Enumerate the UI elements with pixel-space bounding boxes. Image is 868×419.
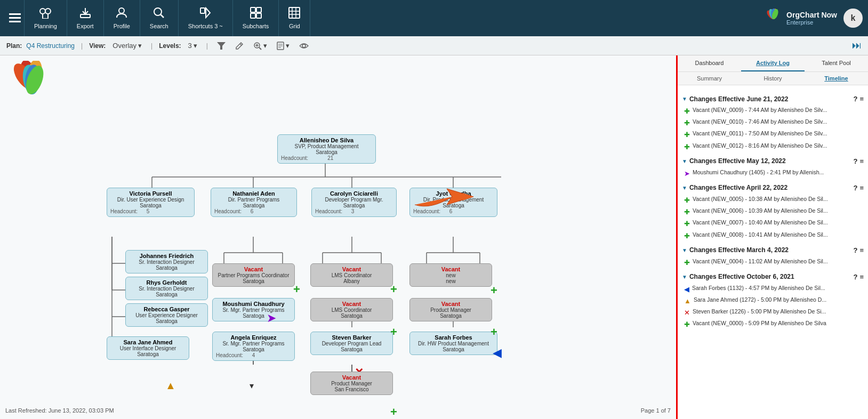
nav-export[interactable]: Export [67,0,104,36]
change-text: Vacant (NEW_0005) - 10:38 AM by Allenish… [693,195,828,203]
subcharts-icon [250,7,262,21]
change-type-icon: ✚ [684,107,690,116]
change-item-4-2[interactable]: ✕ Steven Barker (1226) - 5:00 PM by Alle… [682,308,864,318]
plus-btn-jyot-1[interactable]: + [491,285,497,296]
hamburger-menu[interactable] [5,0,25,36]
node-victoria[interactable]: Victoria Pursell Dir. User Experience De… [107,188,195,217]
section-header-2[interactable]: ▼ Changes Effective April 22, 2022 ? ≡ [682,184,864,192]
node-nathaniel[interactable]: Nathaniel Aden Dir. Partner Programs Sar… [211,188,297,217]
node-angela[interactable]: Angela Enriquez Sr. Mgr. Partner Program… [212,332,295,361]
tab-activity-log[interactable]: Activity Log [741,55,805,71]
section-header-0[interactable]: ▼ Changes Effective June 21, 2022 ? ≡ [682,95,864,103]
change-item-1-0[interactable]: ➤ Moushumi Chaudhury (1405) - 2:41 PM by… [682,168,864,179]
subtab-history[interactable]: History [741,72,805,85]
plus-btn-carolyn-3[interactable]: + [390,406,397,418]
change-item-4-3[interactable]: ✚ Vacant (NEW_0000) - 5:09 PM by Allenis… [682,319,864,329]
node-sara-jane[interactable]: Sara Jane Ahmed User Interface Designer … [107,336,189,360]
help-icon[interactable]: ? [853,157,857,165]
plan-value[interactable]: Q4 Restructuring [26,42,75,50]
nav-planning[interactable]: Planning [25,0,67,36]
change-item-0-0[interactable]: ✚ Vacant (NEW_0009) - 7:44 AM by Allenis… [682,106,864,116]
change-item-2-3[interactable]: ✚ Vacant (NEW_0008) - 10:41 AM by Alleni… [682,231,864,241]
node-sarah-forbes[interactable]: Sarah Forbes Dir. HW Product Management … [409,332,497,355]
levels-dropdown[interactable]: 3 ▾ [186,40,200,51]
svg-line-33 [259,47,261,50]
change-item-4-0[interactable]: ◀ Sarah Forbes (1132) - 4:57 PM by Allen… [682,284,864,294]
change-text: Vacant (NEW_0012) - 8:16 AM by Allenishe… [693,142,827,150]
org-area[interactable]: Allenisheo De Silva SVP, Product Managem… [0,55,676,419]
view-dropdown[interactable]: Overlay ▾ [110,40,144,51]
menu-icon[interactable]: ≡ [859,95,864,103]
page-info: Page 1 of 7 [641,407,671,414]
svg-point-3 [40,9,45,14]
section-header-1[interactable]: ▼ Changes Effective May 12, 2022 ? ≡ [682,157,864,165]
change-item-4-1[interactable]: ▲ Sara Jane Ahmed (1272) - 5:00 PM by Al… [682,296,864,306]
node-vacant-pp-coord[interactable]: Vacant Partner Programs Coordinator Sara… [212,263,295,287]
nav-grid[interactable]: Grid [279,0,310,36]
levels-label: Levels: [159,42,181,50]
eye-btn[interactable] [296,41,311,51]
change-item-2-2[interactable]: ✚ Vacant (NEW_0007) - 10:40 AM by Alleni… [682,219,864,229]
node-jyot[interactable]: Jyot Chadha Dir. Product Management Sara… [409,188,497,217]
node-johannes[interactable]: Johannes Friedrich Sr. Interaction Desig… [125,250,208,273]
fast-forward-btn[interactable]: ⏭ [852,40,862,51]
filter-btn[interactable] [214,41,228,51]
help-icon[interactable]: ? [853,273,857,281]
nav-shortcuts-label: Shortcuts 3 ~ [188,23,223,29]
nav-subcharts[interactable]: Subcharts [233,0,279,36]
toolbar-right: ⏭ [852,40,862,51]
zoom-btn[interactable]: ▾ [251,40,270,52]
nav-subcharts-label: Subcharts [243,23,269,29]
plus-btn-nathaniel[interactable]: + [293,284,300,295]
plus-btn-carolyn-2[interactable]: + [390,326,397,338]
help-icon[interactable]: ? [853,184,857,192]
nav-profile[interactable]: Profile [104,0,140,36]
change-item-2-1[interactable]: ✚ Vacant (NEW_0006) - 10:39 AM by Alleni… [682,207,864,217]
change-item-3-0[interactable]: ✚ Vacant (NEW_0004) - 11:02 AM by Alleni… [682,257,864,268]
angela-expand-arrow[interactable]: ▾ [250,381,254,391]
node-rebecca[interactable]: Rebecca Gasper User Experience Designer … [125,303,208,327]
node-vacant-pm-sf[interactable]: Vacant Product Manager San Francisco [310,372,393,395]
section-header-4[interactable]: ▼ Changes Effective October 6, 2021 ? ≡ [682,273,864,281]
svg-rect-16 [256,7,261,12]
menu-icon[interactable]: ≡ [859,184,864,192]
help-icon[interactable]: ? [853,246,857,254]
tab-dashboard[interactable]: Dashboard [678,55,741,71]
yellow-triangle-sara-jane: ▲ [165,380,176,392]
node-vacant-lms-sara[interactable]: Vacant LMS Coordinator Saratoga [310,298,393,321]
svg-point-11 [154,8,162,15]
plus-btn-carolyn-1[interactable]: + [390,284,397,295]
tab-talent-pool[interactable]: Talent Pool [805,55,868,71]
side-panel-subtabs: Summary History Timeline [678,72,868,85]
section-header-3[interactable]: ▼ Changes Effective March 4, 2022 ? ≡ [682,246,864,254]
nav-shortcuts[interactable]: Shortcuts 3 ~ [179,0,233,36]
subtab-summary[interactable]: Summary [678,72,741,85]
change-type-icon: ✚ [684,142,690,152]
node-rhys[interactable]: Rhys Gerholdt Sr. Interaction Designer S… [125,277,208,300]
change-item-0-2[interactable]: ✚ Vacant (NEW_0011) - 7:50 AM by Allenis… [682,130,864,140]
menu-icon[interactable]: ≡ [859,246,864,254]
nav-export-label: Export [77,23,94,29]
menu-icon[interactable]: ≡ [859,273,864,281]
svg-marker-30 [217,42,226,50]
change-item-2-0[interactable]: ✚ Vacant (NEW_0005) - 10:38 AM by Alleni… [682,195,864,205]
subtab-timeline[interactable]: Timeline [805,72,868,85]
nav-search[interactable]: Search [140,0,179,36]
menu-icon[interactable]: ≡ [859,157,864,165]
help-icon[interactable]: ? [853,95,857,103]
brand-tier: Enterprise [786,19,837,26]
node-vacant-pm-sara[interactable]: Vacant Product Manager Saratoga [409,298,492,321]
change-text: Vacant (NEW_0009) - 7:44 AM by Allenishe… [693,106,827,114]
node-vacant-lms-albany[interactable]: Vacant LMS Coordinator Albany [310,263,393,287]
node-moushumi[interactable]: Moushumi Chaudhury Sr. Mgr. Partner Prog… [212,298,295,321]
edit-btn[interactable] [232,40,246,52]
node-steven[interactable]: Steven Barker Developer Program Lead Sar… [310,332,393,355]
change-item-0-1[interactable]: ✚ Vacant (NEW_0010) - 7:46 AM by Allenis… [682,118,864,128]
plus-btn-jyot-2[interactable]: + [491,326,497,338]
page-btn[interactable]: ▾ [274,40,292,52]
user-avatar[interactable]: k [843,9,863,28]
change-item-0-3[interactable]: ✚ Vacant (NEW_0012) - 8:16 AM by Allenis… [682,142,864,152]
node-root[interactable]: Allenisheo De Silva SVP, Product Managem… [277,134,376,164]
node-carolyn[interactable]: Carolyn Ciciarelli Developer Program Mgr… [311,188,397,217]
node-vacant-new[interactable]: Vacant new new [409,263,492,287]
